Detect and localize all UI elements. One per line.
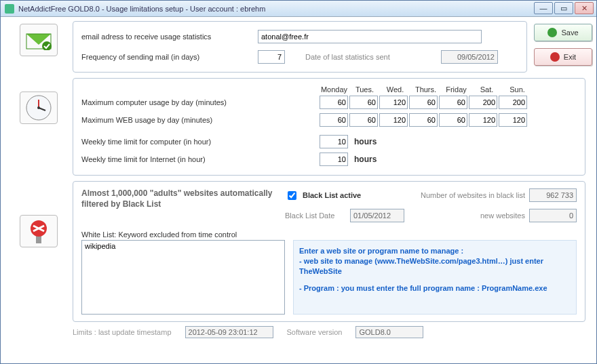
minimize-button[interactable]: —: [534, 2, 553, 14]
version-value: GOLD8.0: [355, 326, 423, 338]
blacklist-active-label: Black List active: [303, 191, 361, 199]
help-text: Enter a web site or program name to mana…: [293, 240, 577, 315]
version-label: Software version: [287, 328, 343, 336]
blacklist-date-label: Black List Date: [285, 211, 346, 220]
whitelist-textarea[interactable]: [81, 240, 285, 315]
comp-tue[interactable]: [349, 96, 378, 109]
comp-wed[interactable]: [379, 96, 408, 109]
close-button[interactable]: ✕: [575, 2, 594, 14]
lastsent-label: Date of last statistics sent: [305, 53, 441, 61]
hours-unit: hours: [354, 137, 377, 146]
web-sun[interactable]: [499, 113, 527, 127]
timestamp-label: Limits : last update timestamp: [73, 328, 172, 336]
new-sites-label: new websites: [480, 211, 525, 220]
new-sites-value: 0: [529, 209, 577, 222]
footer: Limits : last update timestamp 2012-05-0…: [5, 322, 592, 338]
whitelist-label: White List: Keyword excluded from time c…: [81, 230, 577, 239]
web-wed[interactable]: [379, 113, 408, 127]
weekly-comp-input[interactable]: [320, 135, 348, 148]
comp-mon[interactable]: [320, 96, 348, 109]
window-title: NetAddictFree GOLD8.0 - Usage limitation…: [18, 5, 265, 13]
limits-panel: MondayTues.Wed.Thurs.FridaySat.Sun. Maxi…: [73, 78, 585, 176]
blacklist-count: 962 733: [529, 188, 577, 202]
blacklist-active-checkbox[interactable]: [288, 191, 296, 200]
weekly-net-input[interactable]: [320, 153, 348, 166]
titlebar: NetAddictFree GOLD8.0 - Usage limitation…: [1, 1, 596, 17]
web-thu[interactable]: [409, 113, 438, 127]
comp-sat[interactable]: [469, 96, 497, 109]
weekly-net-label: Weekly time limit for Internet (in hour): [81, 155, 319, 163]
blacklist-panel: Almost 1,000,000 "adults" websites autom…: [73, 181, 585, 322]
day-headers: MondayTues.Wed.Thurs.FridaySat.Sun.: [319, 85, 577, 94]
comp-usage-label: Maximum computer usage by day (minutes): [81, 98, 319, 106]
weekly-comp-label: Weekly time limit for computer (in hour): [81, 138, 319, 146]
blacklist-title: Almost 1,000,000 "adults" websites autom…: [81, 188, 285, 209]
comp-sun[interactable]: [499, 96, 527, 109]
mail-icon: [20, 24, 58, 56]
freq-input[interactable]: [258, 50, 285, 64]
blacklist-count-label: Number of websites in black list: [421, 191, 525, 199]
lastsent-value: 09/05/2012: [441, 50, 498, 64]
maximize-button[interactable]: ▭: [554, 2, 573, 14]
comp-fri[interactable]: [439, 96, 467, 109]
svg-point-6: [37, 106, 40, 109]
hours-unit-2: hours: [354, 155, 377, 164]
svg-point-2: [42, 41, 52, 50]
timestamp-value: 2012-05-09 23:01:12: [185, 326, 273, 338]
web-sat[interactable]: [469, 113, 497, 127]
web-fri[interactable]: [439, 113, 467, 127]
email-input[interactable]: [258, 30, 482, 43]
email-label: email adress to receive usage statistics: [81, 33, 258, 41]
clock-icon: [20, 92, 58, 124]
blacklist-date: 01/05/2012: [350, 209, 404, 222]
app-window: NetAddictFree GOLD8.0 - Usage limitation…: [0, 0, 597, 364]
comp-thu[interactable]: [409, 96, 438, 109]
app-icon: [5, 4, 14, 14]
web-mon[interactable]: [320, 113, 348, 127]
freq-label: Frequency of sending mail (in days): [81, 53, 258, 61]
stop-sign-icon: [20, 215, 58, 247]
web-tue[interactable]: [349, 113, 378, 127]
email-panel: email adress to receive usage statistics…: [73, 21, 527, 73]
web-usage-label: Maximum WEB usage by day (minutes): [81, 116, 319, 124]
